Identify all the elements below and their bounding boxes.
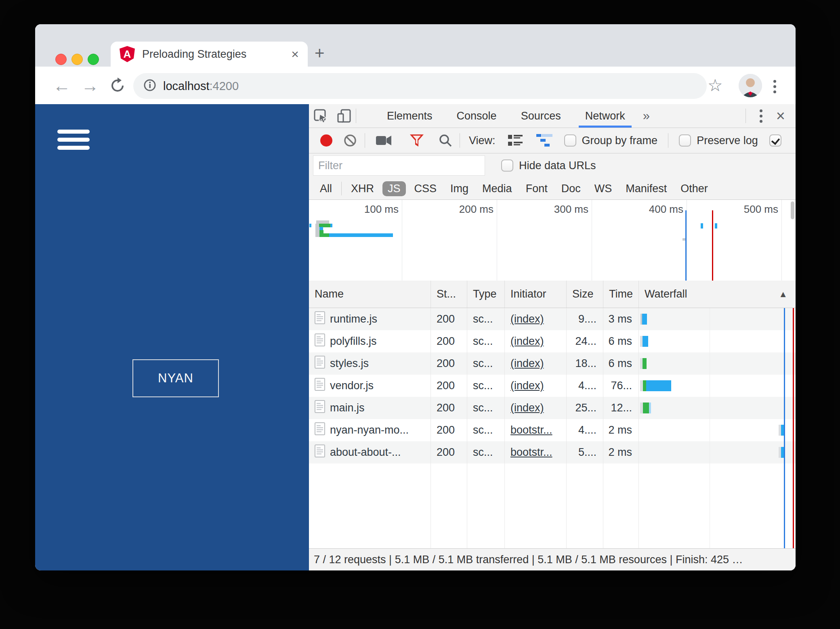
devtools-tab-sources[interactable]: Sources — [509, 104, 573, 128]
traffic-light-minimize-icon[interactable] — [71, 54, 83, 65]
waterfall-bar — [640, 403, 643, 413]
list-view-icon[interactable] — [502, 134, 529, 147]
cell-status: 200 — [431, 330, 467, 352]
column-header-size[interactable]: Size — [567, 281, 603, 308]
initiator-link[interactable]: (index) — [510, 335, 544, 348]
preserve-log-checkbox[interactable] — [679, 134, 691, 147]
filter-funnel-icon[interactable] — [402, 134, 431, 147]
table-row[interactable]: nyan-nyan-mo...200sc...bootstr...4....2 … — [309, 419, 796, 441]
column-header-time[interactable]: Time — [603, 281, 639, 308]
devtools-tab-network[interactable]: Network — [573, 104, 637, 128]
type-filter-css[interactable]: CSS — [409, 181, 442, 196]
table-row[interactable]: main.js200sc...(index)25...12... — [309, 397, 796, 419]
angular-favicon-icon: A — [120, 46, 135, 62]
browser-menu-kebab-icon[interactable] — [773, 80, 776, 93]
type-filter-xhr[interactable]: XHR — [346, 181, 379, 196]
record-icon[interactable] — [317, 134, 336, 147]
devtools-tab-console[interactable]: Console — [445, 104, 509, 128]
capture-screenshots-icon[interactable] — [365, 134, 402, 147]
column-header-initiator[interactable]: Initiator — [505, 281, 567, 308]
favicon-letter: A — [124, 49, 131, 59]
type-filter-media[interactable]: Media — [477, 181, 517, 196]
devtools-tab-elements[interactable]: Elements — [375, 104, 445, 128]
type-filter-all[interactable]: All — [315, 181, 337, 196]
type-filter-doc[interactable]: Doc — [556, 181, 586, 196]
cell-name: styles.js — [309, 352, 431, 375]
new-tab-button[interactable]: + — [315, 44, 325, 63]
initiator-link[interactable]: (index) — [510, 402, 544, 414]
type-filter-js[interactable]: JS — [382, 181, 406, 196]
request-name: about-about-... — [330, 446, 401, 459]
table-row[interactable]: about-about-...200sc...bootstr...5....2 … — [309, 441, 796, 463]
column-header-waterfall[interactable]: Waterfall▲ — [639, 281, 796, 308]
profile-avatar[interactable] — [739, 74, 762, 97]
table-row[interactable]: polyfills.js200sc...(index)24...6 ms — [309, 330, 796, 352]
hide-data-urls-checkbox[interactable] — [501, 159, 513, 172]
cell-name: vendor.js — [309, 375, 431, 397]
type-filter-img[interactable]: Img — [445, 181, 474, 196]
tab-close-icon[interactable]: × — [291, 47, 299, 62]
traffic-light-zoom-icon[interactable] — [88, 54, 99, 65]
reload-icon[interactable] — [106, 67, 129, 104]
dcl-line — [685, 210, 687, 281]
disable-cache-checkbox[interactable] — [769, 134, 781, 147]
network-filter-input[interactable] — [313, 155, 485, 176]
browser-tab[interactable]: A Preloading Strategies × — [111, 42, 308, 67]
initiator-link[interactable]: bootstr... — [510, 424, 552, 436]
empty-cell — [467, 463, 505, 548]
type-filter-manifest[interactable]: Manifest — [620, 181, 672, 196]
traffic-light-close-icon[interactable] — [55, 54, 67, 65]
cell-waterfall — [639, 419, 796, 441]
waterfall-bar — [643, 403, 649, 413]
clear-icon[interactable] — [336, 133, 365, 148]
cell-status: 200 — [431, 419, 467, 441]
nyan-button[interactable]: NYAN — [132, 359, 219, 397]
cell-waterfall — [639, 330, 796, 352]
divider — [746, 109, 746, 123]
address-bar[interactable]: localhost:4200 — [133, 73, 707, 99]
table-row[interactable]: vendor.js200sc...(index)4....76... — [309, 375, 796, 397]
group-by-frame-label: Group by frame — [582, 134, 658, 147]
divider — [668, 133, 668, 148]
forward-icon[interactable]: → — [79, 67, 101, 104]
app-page: NYAN — [35, 104, 309, 570]
cell-status: 200 — [431, 441, 467, 463]
info-icon[interactable] — [143, 78, 157, 94]
column-header-type[interactable]: Type — [467, 281, 505, 308]
overview-scrollbar-thumb[interactable] — [791, 201, 794, 219]
group-by-frame-checkbox[interactable] — [564, 134, 576, 147]
table-row[interactable]: styles.js200sc...(index)18...6 ms — [309, 352, 796, 375]
bookmark-star-icon[interactable]: ☆ — [708, 67, 723, 104]
overview-request-bar — [319, 227, 323, 230]
cell-type: sc... — [467, 308, 505, 330]
inspect-element-icon[interactable] — [309, 104, 332, 128]
table-row[interactable]: runtime.js200sc...(index)9....3 ms — [309, 308, 796, 330]
cell-waterfall — [639, 397, 796, 419]
cell-size: 4.... — [567, 419, 603, 441]
initiator-link[interactable]: (index) — [510, 379, 544, 392]
column-header-st[interactable]: St... — [431, 281, 467, 308]
sort-ascending-icon[interactable]: ▲ — [779, 289, 788, 300]
column-header-name[interactable]: Name — [309, 281, 431, 308]
search-icon[interactable] — [431, 133, 460, 148]
empty-cell — [603, 463, 639, 548]
type-filter-other[interactable]: Other — [675, 181, 713, 196]
initiator-link[interactable]: (index) — [510, 357, 544, 370]
hamburger-menu-icon[interactable] — [57, 130, 90, 154]
type-filter-font[interactable]: Font — [521, 181, 553, 196]
preserve-log-label: Preserve log — [697, 134, 758, 147]
initiator-link[interactable]: bootstr... — [510, 446, 552, 459]
waterfall-view-icon[interactable] — [529, 133, 560, 148]
device-toolbar-icon[interactable] — [332, 104, 356, 128]
type-filter-ws[interactable]: WS — [589, 181, 617, 196]
devtools-menu-kebab-icon[interactable] — [760, 109, 762, 123]
initiator-link[interactable]: (index) — [510, 313, 544, 325]
timeline-overview[interactable]: 100 ms200 ms300 ms400 ms500 ms — [309, 200, 796, 281]
devtools-close-icon[interactable]: × — [776, 107, 785, 125]
view-label: View: — [469, 134, 496, 147]
cell-time: 6 ms — [603, 330, 639, 352]
more-panels-icon[interactable]: » — [643, 109, 650, 123]
back-icon[interactable]: ← — [50, 67, 73, 104]
timeline-gridline — [687, 200, 687, 281]
timeline-tick-label: 300 ms — [524, 203, 588, 216]
